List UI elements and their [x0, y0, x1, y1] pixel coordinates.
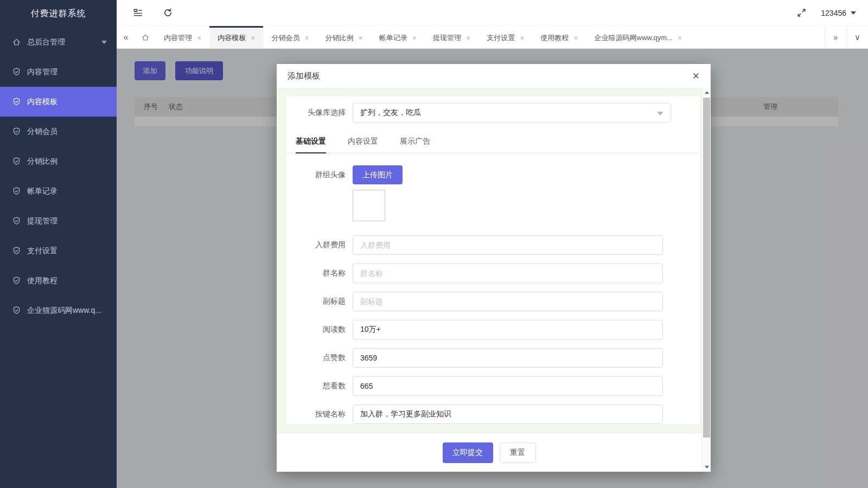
shield-check-icon — [12, 97, 21, 106]
tab-content-template[interactable]: 内容模板 × — [209, 26, 263, 48]
button-name-input[interactable] — [353, 404, 663, 424]
chevron-down-icon — [657, 112, 663, 115]
sidebar-item-payment-settings[interactable]: 支付设置 — [0, 236, 117, 266]
scroll-up-button[interactable] — [702, 88, 711, 97]
chevron-down-icon — [101, 41, 107, 44]
close-icon[interactable]: × — [359, 34, 363, 42]
close-icon[interactable]: × — [573, 34, 578, 42]
user-name: 123456 — [821, 9, 846, 17]
sidebar-item-bill-record[interactable]: 帐单记录 — [0, 176, 117, 206]
shield-check-icon — [12, 306, 21, 315]
home-icon — [12, 37, 21, 47]
scrollbar-thumb[interactable] — [703, 98, 710, 438]
tabs-scroll-left-button[interactable]: « — [117, 26, 135, 48]
field-label: 想看数 — [286, 381, 353, 391]
modal-scroll-area: 头像库选择 扩列，交友，吃瓜 基础设置 内容设置 展示广告 群组头像 上传图片 — [277, 88, 711, 472]
close-icon[interactable]: × — [412, 34, 417, 42]
upload-image-button[interactable]: 上传图片 — [353, 165, 403, 184]
close-icon[interactable]: × — [678, 34, 682, 42]
close-icon[interactable]: × — [197, 34, 201, 42]
sidebar-item-source-site[interactable]: 企业猫源码网www.q... — [0, 296, 117, 325]
field-label: 头像库选择 — [286, 108, 353, 118]
modal-form-card: 头像库选择 扩列，交友，吃瓜 基础设置 内容设置 展示广告 群组头像 上传图片 — [286, 97, 700, 424]
tab-distributor-ratio[interactable]: 分销比例 × — [317, 26, 371, 48]
sidebar-item-distributor-ratio[interactable]: 分销比例 — [0, 146, 117, 176]
shield-check-icon — [12, 246, 21, 255]
sidebar-fold-icon[interactable] — [133, 8, 143, 18]
tab-distributor-member[interactable]: 分销会员 × — [263, 26, 317, 48]
sidebar-item-label: 企业猫源码网www.q... — [27, 306, 101, 316]
tab-label: 提现管理 — [433, 33, 461, 43]
topbar-right-group: 123456 — [796, 8, 856, 18]
tabs-more-button[interactable]: ∨ — [846, 26, 868, 48]
tab-label: 企业猫源码网www.qym... — [595, 33, 673, 43]
refresh-icon[interactable] — [163, 8, 173, 18]
modal-footer: 立即提交 重置 — [277, 433, 701, 472]
shield-check-icon — [12, 67, 21, 76]
sidebar-item-label: 帐单记录 — [27, 187, 58, 196]
sidebar-item-label: 提现管理 — [27, 216, 58, 226]
shield-check-icon — [12, 157, 21, 166]
group-name-input[interactable] — [353, 264, 663, 283]
modal-tabs: 基础设置 内容设置 展示广告 — [286, 131, 700, 153]
user-dropdown[interactable]: 123456 — [821, 9, 856, 17]
fullscreen-icon[interactable] — [796, 8, 807, 18]
shield-check-icon — [12, 127, 21, 136]
like-count-input[interactable] — [353, 348, 663, 368]
sidebar-item-withdraw-manage[interactable]: 提现管理 — [0, 206, 117, 236]
reset-button[interactable]: 重置 — [500, 442, 536, 463]
avatar-library-select[interactable]: 扩列，交友，吃瓜 — [353, 103, 671, 123]
read-count-input[interactable] — [353, 320, 663, 339]
sidebar: 付费进群系统 总后台管理 内容管理 内容模板 分销会员 分销比例 帐单记录 — [0, 0, 117, 488]
close-icon[interactable]: × — [304, 34, 309, 42]
tab-label: 内容管理 — [164, 33, 192, 43]
subtitle-input[interactable] — [353, 292, 663, 311]
tab-usage-tutorial[interactable]: 使用教程 × — [532, 26, 586, 48]
sidebar-item-admin-root[interactable]: 总后台管理 — [0, 27, 117, 57]
want-see-count-input[interactable] — [353, 376, 663, 396]
shield-check-icon — [12, 276, 21, 285]
close-icon[interactable]: ✕ — [692, 72, 700, 81]
sidebar-item-label: 分销会员 — [27, 127, 58, 137]
modal-scrollbar[interactable] — [701, 88, 711, 472]
tab-display-ads[interactable]: 展示广告 — [400, 137, 430, 153]
chevron-down-icon — [851, 11, 856, 15]
join-fee-input[interactable] — [353, 235, 663, 255]
field-label: 点赞数 — [286, 353, 353, 363]
shield-check-icon — [12, 187, 21, 196]
triangle-up-icon — [705, 91, 709, 94]
app-title: 付费进群系统 — [0, 0, 117, 27]
tab-content-settings[interactable]: 内容设置 — [348, 137, 378, 153]
tab-payment-settings[interactable]: 支付设置 × — [478, 26, 532, 48]
group-name-row: 群名称 — [286, 264, 700, 283]
modal-body: 头像库选择 扩列，交友，吃瓜 基础设置 内容设置 展示广告 群组头像 上传图片 — [277, 88, 701, 433]
tab-bill-record[interactable]: 帐单记录 × — [371, 26, 425, 48]
submit-button[interactable]: 立即提交 — [443, 442, 493, 463]
sidebar-item-usage-tutorial[interactable]: 使用教程 — [0, 266, 117, 296]
top-header-bar: 123456 — [117, 0, 868, 26]
close-icon[interactable]: × — [520, 34, 524, 42]
shield-check-icon — [12, 216, 21, 226]
sidebar-item-content-template[interactable]: 内容模板 — [0, 87, 117, 117]
modal-header: 添加模板 ✕ — [277, 64, 711, 88]
home-icon — [141, 33, 150, 42]
sidebar-item-content-manage[interactable]: 内容管理 — [0, 57, 117, 87]
close-icon[interactable]: × — [466, 34, 470, 42]
tab-basic-settings[interactable]: 基础设置 — [296, 137, 326, 153]
modal-title: 添加模板 — [288, 71, 320, 81]
sidebar-item-distributor-member[interactable]: 分销会员 — [0, 117, 117, 146]
tab-controls: » ∨ — [825, 26, 868, 48]
tab-withdraw-manage[interactable]: 提现管理 × — [425, 26, 478, 48]
tabs-scroll-right-button[interactable]: » — [825, 26, 846, 48]
avatar-preview-row — [286, 190, 700, 221]
tab-source-site[interactable]: 企业猫源码网www.qym... × — [586, 26, 691, 48]
sidebar-menu: 总后台管理 内容管理 内容模板 分销会员 分销比例 帐单记录 提现管理 — [0, 27, 117, 325]
tab-content-manage[interactable]: 内容管理 × — [156, 26, 209, 48]
tab-label: 分销会员 — [271, 33, 299, 43]
want-see-count-row: 想看数 — [286, 376, 700, 396]
tab-home[interactable] — [135, 26, 156, 48]
avatar-preview-box[interactable] — [353, 190, 385, 221]
close-icon[interactable]: × — [251, 34, 255, 42]
scroll-down-button[interactable] — [702, 463, 711, 472]
field-label: 入群费用 — [286, 240, 353, 250]
